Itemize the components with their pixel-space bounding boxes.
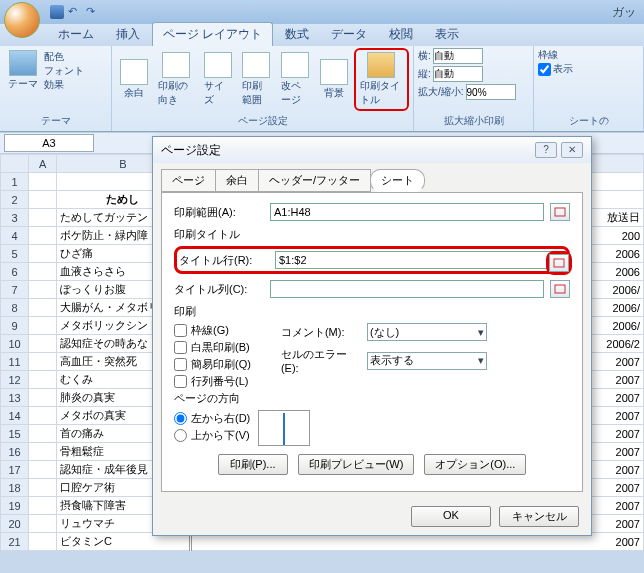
cell[interactable] — [29, 407, 57, 425]
cell[interactable] — [29, 479, 57, 497]
dlg-tab-sheet[interactable]: シート — [370, 169, 425, 192]
row-header[interactable]: 15 — [1, 425, 29, 443]
title-rows-input[interactable] — [275, 251, 565, 269]
scale-width-input[interactable] — [433, 48, 483, 64]
cell[interactable] — [29, 335, 57, 353]
row-header[interactable]: 16 — [1, 443, 29, 461]
row-header[interactable]: 4 — [1, 227, 29, 245]
print-area-ref-icon[interactable] — [550, 203, 570, 221]
background-button[interactable]: 背景 — [316, 57, 352, 102]
tab-view[interactable]: 表示 — [425, 23, 469, 46]
comments-combo[interactable]: (なし) — [367, 323, 487, 341]
quick-access-toolbar: ↶ ↷ — [50, 5, 100, 19]
effects-button[interactable]: 効果 — [44, 78, 84, 92]
cell[interactable] — [29, 173, 57, 191]
errors-combo[interactable]: 表示する — [367, 352, 487, 370]
row-header[interactable]: 7 — [1, 281, 29, 299]
rowcol-check[interactable]: 行列番号(L) — [174, 374, 251, 389]
breaks-button[interactable]: 改ページ — [277, 50, 314, 109]
row-header[interactable]: 8 — [1, 299, 29, 317]
select-all[interactable] — [1, 155, 29, 173]
row-header[interactable]: 13 — [1, 389, 29, 407]
ok-button[interactable]: OK — [411, 506, 491, 527]
bw-check[interactable]: 白黒印刷(B) — [174, 340, 251, 355]
row-header[interactable]: 21 — [1, 533, 29, 551]
cell[interactable] — [29, 353, 57, 371]
colors-button[interactable]: 配色 — [44, 50, 84, 64]
row-header[interactable]: 14 — [1, 407, 29, 425]
cell[interactable] — [29, 425, 57, 443]
tab-data[interactable]: データ — [321, 23, 377, 46]
cell[interactable] — [29, 371, 57, 389]
orientation-button[interactable]: 印刷の向き — [154, 50, 198, 109]
cell[interactable] — [29, 263, 57, 281]
save-icon[interactable] — [50, 5, 64, 19]
cell[interactable] — [29, 389, 57, 407]
cell[interactable] — [29, 515, 57, 533]
row-header[interactable]: 9 — [1, 317, 29, 335]
cell[interactable] — [29, 281, 57, 299]
dlg-tab-margins[interactable]: 余白 — [215, 169, 259, 192]
row-header[interactable]: 18 — [1, 479, 29, 497]
undo-icon[interactable]: ↶ — [68, 5, 82, 19]
row-header[interactable]: 5 — [1, 245, 29, 263]
tab-home[interactable]: ホーム — [48, 23, 104, 46]
dialog-titlebar: ページ設定 ? ✕ — [153, 137, 591, 163]
print-area-button[interactable]: 印刷範囲 — [238, 50, 275, 109]
row-header[interactable]: 17 — [1, 461, 29, 479]
dialog-body: 印刷範囲(A): 印刷タイトル タイトル行(R): タイトル列(C): 印刷 枠… — [161, 192, 583, 492]
print-titles-button[interactable]: 印刷タイトル — [354, 48, 409, 111]
margins-button[interactable]: 余白 — [116, 57, 152, 102]
print-button[interactable]: 印刷(P)... — [218, 454, 288, 475]
tab-insert[interactable]: 挿入 — [106, 23, 150, 46]
row-header[interactable]: 20 — [1, 515, 29, 533]
redo-icon[interactable]: ↷ — [86, 5, 100, 19]
row-header[interactable]: 6 — [1, 263, 29, 281]
cell[interactable] — [29, 227, 57, 245]
tab-page-layout[interactable]: ページ レイアウト — [152, 22, 273, 46]
cell[interactable] — [29, 443, 57, 461]
tab-review[interactable]: 校閲 — [379, 23, 423, 46]
cell[interactable] — [29, 191, 57, 209]
cell[interactable] — [29, 461, 57, 479]
title-rows-ref-icon[interactable] — [549, 254, 569, 272]
gridlines-view-check[interactable]: 表示 — [538, 62, 639, 76]
print-area-input[interactable] — [270, 203, 544, 221]
title-cols-ref-icon[interactable] — [550, 280, 570, 298]
gridlines-check[interactable]: 枠線(G) — [174, 323, 251, 338]
order-lr-radio[interactable]: 左から右(D) — [174, 411, 250, 426]
order-tb-radio[interactable]: 上から下(V) — [174, 428, 250, 443]
name-box[interactable] — [4, 134, 94, 152]
errors-value: 表示する — [370, 353, 414, 368]
scale-height-input[interactable] — [433, 66, 483, 82]
size-button[interactable]: サイズ — [200, 50, 236, 109]
cell[interactable] — [29, 533, 57, 551]
preview-button[interactable]: 印刷プレビュー(W) — [298, 454, 415, 475]
themes-button[interactable]: テーマ — [4, 48, 42, 93]
row-header[interactable]: 3 — [1, 209, 29, 227]
options-button[interactable]: オプション(O)... — [424, 454, 526, 475]
dlg-tab-header-footer[interactable]: ヘッダー/フッター — [258, 169, 371, 192]
col-header-a[interactable]: A — [29, 155, 57, 173]
row-header[interactable]: 12 — [1, 371, 29, 389]
draft-check[interactable]: 簡易印刷(Q) — [174, 357, 251, 372]
close-icon[interactable]: ✕ — [561, 142, 583, 158]
fonts-button[interactable]: フォント — [44, 64, 84, 78]
scale-pct-input[interactable] — [466, 84, 516, 100]
row-header[interactable]: 11 — [1, 353, 29, 371]
row-header[interactable]: 1 — [1, 173, 29, 191]
cell[interactable] — [29, 299, 57, 317]
title-cols-input[interactable] — [270, 280, 544, 298]
row-header[interactable]: 2 — [1, 191, 29, 209]
cell[interactable] — [29, 209, 57, 227]
office-button[interactable] — [4, 2, 40, 38]
help-icon[interactable]: ? — [535, 142, 557, 158]
cell[interactable] — [29, 245, 57, 263]
cell[interactable] — [29, 317, 57, 335]
row-header[interactable]: 10 — [1, 335, 29, 353]
dlg-tab-page[interactable]: ページ — [161, 169, 216, 192]
cancel-button[interactable]: キャンセル — [499, 506, 579, 527]
row-header[interactable]: 19 — [1, 497, 29, 515]
tab-formulas[interactable]: 数式 — [275, 23, 319, 46]
cell[interactable] — [29, 497, 57, 515]
